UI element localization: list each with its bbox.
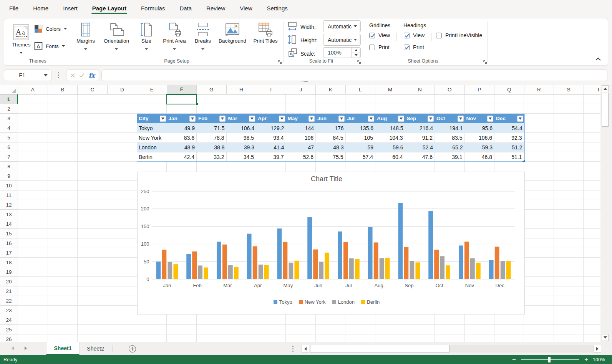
zoom-slider[interactable] — [521, 359, 579, 360]
size-button[interactable]: Size — [130, 21, 163, 50]
column-header-i[interactable]: I — [256, 85, 286, 94]
add-sheet-button[interactable] — [129, 345, 136, 352]
vertical-scrollbar-thumb[interactable] — [602, 93, 609, 127]
row-header-26[interactable]: 26 — [0, 334, 18, 342]
table-cell-new-york-sep[interactable]: 91.2 — [405, 133, 435, 142]
column-header-p[interactable]: P — [465, 85, 495, 94]
column-header-n[interactable]: N — [405, 85, 435, 94]
table-cell-new-york-feb[interactable]: 78.8 — [197, 133, 227, 142]
row-header-10[interactable]: 10 — [0, 181, 18, 190]
table-cell-london-aug[interactable]: 59.6 — [375, 142, 405, 152]
row-header-11[interactable]: 11 — [0, 190, 18, 200]
row-header-21[interactable]: 21 — [0, 286, 18, 296]
width-select[interactable]: Automatic — [323, 20, 361, 32]
column-header-m[interactable]: M — [375, 85, 405, 94]
horizontal-scrollbar-thumb[interactable] — [310, 345, 449, 352]
menu-tab-home[interactable]: Home — [33, 3, 48, 15]
table-cell-berlin-may[interactable]: 52.6 — [286, 152, 316, 162]
filter-button-feb[interactable] — [219, 116, 226, 122]
column-header-k[interactable]: K — [316, 85, 346, 94]
table-cell-berlin-jun[interactable]: 75.5 — [316, 152, 346, 162]
row-header-7[interactable]: 7 — [0, 152, 18, 162]
scale-spinner[interactable]: 100% — [323, 47, 361, 58]
row-header-17[interactable]: 17 — [0, 248, 18, 258]
filter-button-sep[interactable] — [428, 116, 434, 122]
menu-tab-review[interactable]: Review — [206, 3, 225, 15]
name-box-dropdown-icon[interactable] — [44, 74, 48, 76]
row-header-12[interactable]: 12 — [0, 200, 18, 210]
filter-button-dec[interactable] — [517, 116, 523, 122]
row-header-13[interactable]: 13 — [0, 210, 18, 219]
column-header-f[interactable]: F — [167, 85, 197, 94]
row-header-2[interactable]: 2 — [0, 104, 18, 114]
column-header-q[interactable]: Q — [494, 85, 524, 94]
scroll-up-button[interactable] — [602, 85, 609, 92]
column-header-b[interactable]: B — [48, 85, 78, 94]
print-area-button[interactable]: Print Area — [158, 21, 191, 50]
column-header-t[interactable]: T — [584, 85, 601, 94]
table-cell-new-york-apr[interactable]: 93.4 — [256, 133, 286, 142]
orientation-button[interactable]: Orientation — [100, 21, 133, 50]
page-setup-dialog-launcher-icon[interactable] — [278, 59, 282, 64]
zoom-in-button[interactable]: + — [584, 356, 589, 364]
gridlines-view-checkbox[interactable]: View — [369, 32, 390, 38]
cancel-formula-icon[interactable] — [70, 73, 75, 78]
table-cell-new-york-dec[interactable]: 92.3 — [494, 133, 524, 142]
table-cell-london-mar[interactable]: 39.3 — [227, 142, 257, 152]
margins-button[interactable]: Margins — [70, 21, 102, 50]
scale-spin-up-icon[interactable] — [352, 48, 360, 53]
table-cell-new-york-may[interactable]: 106 — [286, 133, 316, 142]
table-cell-london-may[interactable]: 47 — [286, 142, 316, 152]
table-resize-handle[interactable] — [522, 160, 525, 162]
menu-tab-view[interactable]: View — [240, 3, 252, 15]
scroll-left-button[interactable] — [302, 345, 309, 352]
row-header-25[interactable]: 25 — [0, 325, 18, 334]
gridlines-print-checkbox[interactable]: Print — [369, 44, 390, 50]
table-cell-london-oct[interactable]: 65.2 — [435, 142, 465, 152]
table-cell-new-york-aug[interactable]: 104.3 — [375, 133, 405, 142]
scroll-down-button[interactable] — [602, 334, 609, 341]
collapse-ribbon-icon[interactable] — [595, 56, 603, 62]
table-cell-berlin-nov[interactable]: 46.8 — [465, 152, 495, 162]
scale-spin-down-icon[interactable] — [352, 53, 360, 58]
row-header-1[interactable]: 1 — [0, 94, 18, 104]
table-cell-london-jun[interactable]: 48.3 — [316, 142, 346, 152]
filter-button-aug[interactable] — [398, 116, 404, 122]
print-line-visible-checkbox[interactable]: PrintLineVisible — [436, 32, 482, 38]
column-header-d[interactable]: D — [108, 85, 138, 94]
table-cell-tokyo-may[interactable]: 144 — [286, 123, 316, 133]
breaks-button[interactable]: Breaks — [187, 21, 219, 50]
table-cell-berlin-apr[interactable]: 39.7 — [256, 152, 286, 162]
filter-button-jul[interactable] — [368, 116, 374, 122]
table-cell-tokyo-jan[interactable]: 49.9 — [167, 123, 197, 133]
table-cell-berlin-jul[interactable]: 57.4 — [346, 152, 376, 162]
row-header-8[interactable]: 8 — [0, 162, 18, 171]
table-cell-new-york-jan[interactable]: 83.6 — [167, 133, 197, 142]
row-header-14[interactable]: 14 — [0, 219, 18, 229]
row-header-20[interactable]: 20 — [0, 277, 18, 286]
fill-handle[interactable] — [196, 103, 198, 106]
row-header-19[interactable]: 19 — [0, 267, 18, 277]
menu-tab-data[interactable]: Data — [179, 3, 192, 15]
column-header-s[interactable]: S — [554, 85, 584, 94]
column-header-j[interactable]: J — [286, 85, 316, 94]
chart[interactable]: Chart Title 050100150200250JanFebMarAprM… — [137, 172, 525, 314]
filter-button-jan[interactable] — [189, 116, 196, 122]
row-header-6[interactable]: 6 — [0, 142, 18, 152]
headings-print-checkbox[interactable]: Print — [404, 44, 424, 50]
name-box[interactable]: F1 — [4, 69, 52, 81]
fx-icon[interactable]: fx — [88, 72, 95, 79]
filter-button-mar[interactable] — [249, 116, 255, 122]
table-cell-tokyo-mar[interactable]: 106.4 — [227, 123, 257, 133]
menu-tab-page-layout[interactable]: Page Layout — [92, 3, 126, 15]
row-header-5[interactable]: 5 — [0, 133, 18, 142]
table-cell-london-feb[interactable]: 38.8 — [197, 142, 227, 152]
scroll-right-button[interactable] — [594, 345, 601, 352]
row-header-15[interactable]: 15 — [0, 229, 18, 238]
column-header-o[interactable]: O — [435, 85, 465, 94]
sheet-tab-sheet2[interactable]: Sheet2 — [80, 342, 111, 355]
table-cell-tokyo-apr[interactable]: 129.2 — [256, 123, 286, 133]
table-cell-city-berlin[interactable]: Berlin — [137, 152, 167, 162]
zoom-out-button[interactable]: − — [511, 356, 517, 364]
table-cell-berlin-oct[interactable]: 39.1 — [435, 152, 465, 162]
